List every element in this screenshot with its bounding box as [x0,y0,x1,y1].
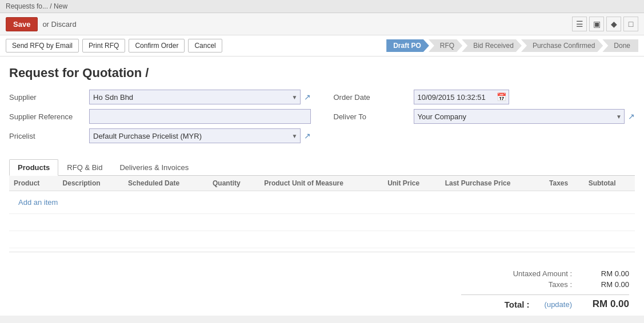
form-left-column: Supplier Ho Sdn Bhd ▼ ↗ Supplier Referen… [9,90,311,148]
supplier-external-link-icon[interactable]: ↗ [304,92,311,102]
totals-divider [9,252,635,252]
table-header-row: Product Description Scheduled Date Quant… [9,176,635,191]
deliver-to-select[interactable]: Your Company [414,110,614,123]
workflow-step-draft-po[interactable]: Draft PO [386,39,429,52]
order-date-label: Order Date [334,93,414,102]
tab-deliveries-invoices[interactable]: Deliveries & Invoices [111,159,197,176]
order-date-row: Order Date 📅 [334,90,635,104]
supplier-ref-input[interactable] [89,109,311,124]
action-bar: Send RFQ by Email Print RFQ Confirm Orde… [0,35,644,56]
confirm-order-button[interactable]: Confirm Order [129,39,185,53]
window-icon[interactable]: ▣ [589,17,604,31]
calendar-icon[interactable]: 📅 [494,92,509,102]
empty-row-2 [9,231,635,248]
breadcrumb: Requests fo... / New [0,0,644,13]
deliver-to-external-link-icon[interactable]: ↗ [628,112,635,121]
tab-rfq-bid[interactable]: RFQ & Bid [58,159,111,176]
empty-row-1 [9,214,635,231]
workflow-step-done[interactable]: Done [602,39,638,52]
add-item-link[interactable]: Add an item [14,195,62,210]
form-section: Supplier Ho Sdn Bhd ▼ ↗ Supplier Referen… [9,90,635,148]
pricelist-external-link-icon[interactable]: ↗ [304,131,311,140]
tab-products[interactable]: Products [9,159,58,176]
supplier-ref-input-wrap [89,109,311,124]
globe-icon[interactable]: ◆ [606,17,621,31]
order-date-input-wrap: 📅 [414,90,635,104]
print-rfq-button[interactable]: Print RFQ [82,39,125,53]
taxes-row: Taxes : RM 0.00 [503,280,629,289]
pricelist-label: Pricelist [9,132,89,140]
workflow-step-bid-received[interactable]: Bid Received [462,39,522,52]
form-right-column: Order Date 📅 Deliver To Your Company [334,90,635,148]
col-last-purchase-price: Last Purchase Price [441,176,545,191]
untaxed-amount-label: Untaxed Amount : [503,269,572,278]
pricelist-select[interactable]: Default Purchase Pricelist (MYR) [90,129,290,143]
deliver-to-label: Deliver To [334,112,414,121]
totals-rows: Untaxed Amount : RM 0.00 Taxes : RM 0.00… [9,269,635,310]
workflow-bar: Draft PO RFQ Bid Received Purchase Confi… [387,39,638,52]
col-quantity: Quantity [208,176,259,191]
workflow-step-rfq[interactable]: RFQ [429,39,462,52]
pricelist-select-wrapper: Default Purchase Pricelist (MYR) ▼ [89,128,301,143]
deliver-to-select-wrapper: Your Company ▼ [414,109,625,124]
save-button[interactable]: Save [6,17,38,31]
col-product: Product [9,176,58,191]
col-scheduled-date: Scheduled Date [123,176,208,191]
taxes-value: RM 0.00 [583,280,629,289]
pricelist-input-wrap: Default Purchase Pricelist (MYR) ▼ ↗ [89,128,311,143]
main-content: Request for Quotation / Supplier Ho Sdn … [0,56,644,316]
tab-list: Products RFQ & Bid Deliveries & Invoices [9,159,635,176]
col-product-unit-measure: Product Unit of Measure [259,176,383,191]
toolbar-icons: ☰ ▣ ◆ □ [572,17,638,31]
tabs-section: Products RFQ & Bid Deliveries & Invoices… [9,159,635,248]
supplier-label: Supplier [9,93,89,102]
supplier-row: Supplier Ho Sdn Bhd ▼ ↗ [9,90,311,104]
update-total-link[interactable]: (update) [545,300,572,309]
total-value: RM 0.00 [583,298,629,310]
table-body: Add an item [9,191,635,248]
add-item-cell: Add an item [9,191,635,214]
cancel-button[interactable]: Cancel [188,39,222,53]
supplier-select-wrapper: Ho Sdn Bhd ▼ [89,90,301,104]
add-item-row: Add an item [9,191,635,214]
date-input-container: 📅 [414,90,509,104]
products-table: Product Description Scheduled Date Quant… [9,176,635,248]
list-view-icon[interactable]: ☰ [572,17,587,31]
untaxed-amount-row: Untaxed Amount : RM 0.00 [503,269,629,278]
col-description: Description [58,176,123,191]
page-title: Request for Quotation / [9,62,635,80]
col-unit-price: Unit Price [383,176,441,191]
supplier-dropdown-arrow: ▼ [290,94,300,100]
total-final-row: Total : (update) RM 0.00 [461,294,629,310]
supplier-input-wrap: Ho Sdn Bhd ▼ ↗ [89,90,311,104]
totals-section: Untaxed Amount : RM 0.00 Taxes : RM 0.00… [9,264,635,310]
taxes-label: Taxes : [503,280,572,289]
total-label: Total : [461,300,530,309]
col-subtotal: Subtotal [584,176,635,191]
workflow-step-purchase-confirmed[interactable]: Purchase Confirmed [521,39,603,52]
maximize-icon[interactable]: □ [623,17,638,31]
untaxed-amount-value: RM 0.00 [583,269,629,278]
supplier-ref-row: Supplier Reference [9,109,311,124]
col-taxes: Taxes [545,176,584,191]
deliver-to-row: Deliver To Your Company ▼ ↗ [334,109,635,124]
deliver-to-input-wrap: Your Company ▼ ↗ [414,109,635,124]
toolbar: Save or Discard ☰ ▣ ◆ □ [0,13,644,35]
send-rfq-button[interactable]: Send RFQ by Email [6,39,79,53]
supplier-ref-label: Supplier Reference [9,112,89,121]
discard-link[interactable]: or Discard [42,20,76,29]
supplier-select[interactable]: Ho Sdn Bhd [90,90,290,104]
pricelist-dropdown-arrow: ▼ [290,133,300,139]
pricelist-row: Pricelist Default Purchase Pricelist (MY… [9,128,311,143]
deliver-to-dropdown-arrow: ▼ [614,114,624,120]
order-date-input[interactable] [414,92,494,103]
